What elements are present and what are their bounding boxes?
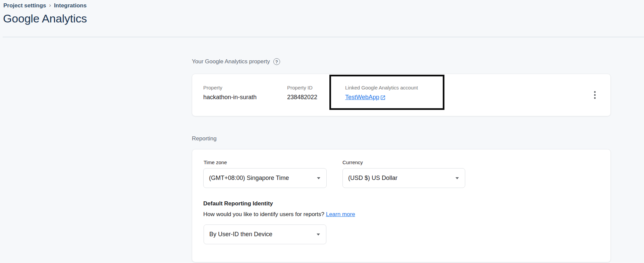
- property-id-label: Property ID: [287, 85, 317, 90]
- time-zone-value: (GMT+08:00) Singapore Time: [209, 175, 289, 182]
- learn-more-link[interactable]: Learn more: [326, 211, 355, 217]
- header-divider: [3, 37, 644, 37]
- chevron-down-icon: [455, 177, 459, 179]
- page-title: Google Analytics: [3, 12, 87, 25]
- overflow-menu-button[interactable]: [589, 89, 600, 101]
- time-zone-label: Time zone: [204, 159, 227, 165]
- breadcrumb-project-settings[interactable]: Project settings: [3, 2, 46, 9]
- currency-select[interactable]: (USD $) US Dollar: [342, 168, 465, 188]
- reporting-identity-select[interactable]: By User-ID then Device: [204, 224, 326, 244]
- identity-question: How would you like to identify users for…: [203, 211, 324, 217]
- chevron-down-icon: [317, 177, 320, 179]
- linked-account-link[interactable]: TestWebApp: [345, 94, 386, 101]
- property-section-heading-label: Your Google Analytics property: [192, 58, 270, 65]
- property-id-value: 238482022: [287, 94, 317, 101]
- property-card: Property hackathon-in-surath Property ID…: [192, 74, 611, 116]
- time-zone-select[interactable]: (GMT+08:00) Singapore Time: [203, 168, 327, 188]
- property-id-field: Property ID 238482022: [287, 85, 317, 101]
- breadcrumb: Project settings › Integrations: [3, 2, 87, 9]
- linked-account-link-label: TestWebApp: [345, 94, 379, 101]
- linked-account-field: Linked Google Analytics account TestWebA…: [345, 85, 418, 101]
- reporting-card: Time zone (GMT+08:00) Singapore Time Cur…: [192, 149, 611, 262]
- identity-description: How would you like to identify users for…: [203, 211, 355, 218]
- property-label: Property: [203, 85, 257, 90]
- currency-label: Currency: [342, 159, 363, 165]
- property-value: hackathon-in-surath: [203, 94, 257, 101]
- property-section-heading: Your Google Analytics property ?: [192, 58, 280, 65]
- default-reporting-identity-heading: Default Reporting Identity: [203, 200, 273, 207]
- property-field: Property hackathon-in-surath: [203, 85, 257, 101]
- chevron-right-icon: ›: [49, 2, 51, 8]
- reporting-section-heading-label: Reporting: [192, 135, 217, 142]
- breadcrumb-integrations[interactable]: Integrations: [54, 2, 87, 9]
- kebab-vertical-icon: [594, 91, 596, 93]
- help-circle-icon[interactable]: ?: [273, 58, 280, 65]
- open-in-new-icon: [380, 95, 386, 101]
- linked-account-label: Linked Google Analytics account: [345, 85, 418, 90]
- chevron-down-icon: [317, 234, 320, 236]
- reporting-section-heading: Reporting: [192, 135, 217, 142]
- reporting-identity-value: By User-ID then Device: [209, 231, 272, 238]
- currency-value: (USD $) US Dollar: [348, 175, 397, 182]
